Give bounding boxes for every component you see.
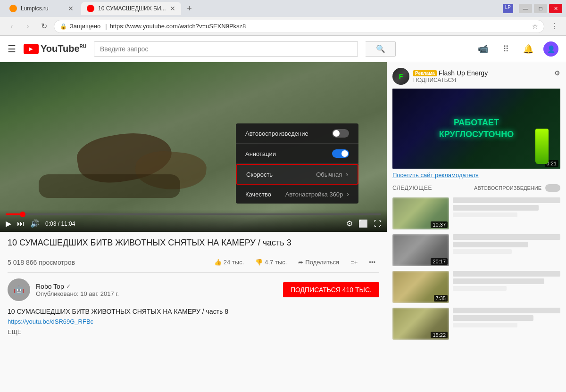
annotations-setting[interactable]: Аннотации bbox=[236, 144, 358, 164]
video-item-3[interactable]: 7:35 bbox=[392, 271, 560, 303]
video-item-1[interactable]: 10:37 bbox=[392, 197, 560, 229]
video-channel-3 bbox=[453, 286, 507, 291]
subscribe-button[interactable]: ПОДПИСАТЬСЯ 410 ТЫС. bbox=[283, 282, 379, 297]
close-button[interactable]: ✕ bbox=[549, 4, 562, 13]
tab-youtube[interactable]: 10 СУМАСШЕДШИХ БИ... ✕ bbox=[81, 2, 181, 15]
desc-link[interactable]: https://youtu.be/dSR69G_RFBc bbox=[8, 318, 93, 325]
ad-subscribe-label[interactable]: ПОДПИСАТЬСЯ bbox=[413, 77, 560, 83]
video-channel-4 bbox=[453, 323, 517, 327]
video-item-4[interactable]: 15:22 bbox=[392, 308, 560, 340]
url-text: https://www.youtube.com/watch?v=uSEXN9Pk… bbox=[110, 23, 529, 30]
reload-button[interactable]: ↻ bbox=[38, 20, 50, 33]
tab-close-youtube[interactable]: ✕ bbox=[170, 5, 175, 12]
ad-title-row: Реклама Flash Up Energy ⚙ bbox=[413, 69, 560, 77]
ground-shape bbox=[39, 174, 180, 198]
annotations-label: Аннотации bbox=[245, 150, 276, 157]
settings-button[interactable]: ⚙ bbox=[346, 219, 353, 228]
notifications-icon[interactable]: 🔔 bbox=[521, 41, 536, 57]
speed-setting[interactable]: Скорость Обычная › bbox=[236, 164, 358, 185]
video-stats: 5 018 866 просмотров 👍 24 тыс. 👎 4,7 тыс… bbox=[8, 252, 379, 273]
extensions-icon[interactable]: ⋮ bbox=[548, 20, 560, 33]
more-button[interactable]: ••• bbox=[365, 256, 379, 269]
verified-icon: ✓ bbox=[66, 283, 71, 290]
controls-right: ⚙ ⬜ ⛶ bbox=[346, 219, 381, 228]
search-input[interactable] bbox=[94, 42, 358, 56]
show-more-button[interactable]: ЕЩЁ bbox=[8, 328, 379, 335]
back-button[interactable]: ‹ bbox=[6, 20, 18, 33]
more-icon: ••• bbox=[369, 259, 375, 266]
speed-value-row: Обычная › bbox=[316, 171, 348, 178]
volume-button[interactable]: 🔊 bbox=[30, 219, 40, 228]
quality-value-row: Автонастройка 360p › bbox=[285, 190, 349, 198]
minimize-button[interactable]: — bbox=[519, 4, 532, 13]
like-count: 24 тыс. bbox=[224, 259, 244, 266]
channel-avatar[interactable]: 🤖 bbox=[8, 278, 30, 301]
dislike-count: 4,7 тыс. bbox=[265, 259, 287, 266]
video-camera-icon[interactable]: 📹 bbox=[475, 41, 491, 57]
ad-bottle bbox=[535, 129, 549, 164]
subscribe-count: 410 ТЫС. bbox=[342, 286, 372, 294]
tab-close-lumpics[interactable]: ✕ bbox=[68, 5, 74, 12]
dislike-button[interactable]: 👎 4,7 тыс. bbox=[251, 256, 291, 269]
video-item-2[interactable]: 20:17 bbox=[392, 234, 560, 266]
channel-name: Robo Top ✓ bbox=[36, 283, 277, 290]
video-player[interactable]: Автовоспроизведение Аннотации Скорость О… bbox=[0, 62, 387, 232]
like-button[interactable]: 👍 24 тыс. bbox=[210, 256, 248, 269]
tab-lumpics[interactable]: Lumpics.ru ✕ bbox=[4, 2, 79, 15]
autoplay-label: Автовоспроизведение bbox=[245, 130, 308, 137]
maximize-button[interactable]: □ bbox=[534, 4, 547, 13]
channel-name-text[interactable]: Robo Top bbox=[36, 283, 64, 290]
video-duration-4: 15:22 bbox=[431, 332, 448, 338]
video-duration-3: 7:35 bbox=[434, 295, 448, 302]
video-meta-1 bbox=[453, 197, 560, 229]
new-tab-button[interactable]: + bbox=[183, 2, 196, 15]
subscribe-label: ПОДПИСАТЬСЯ bbox=[291, 286, 342, 294]
next-button[interactable]: ⏭ bbox=[17, 220, 25, 228]
video-title-4b bbox=[453, 315, 533, 321]
autoplay-sidebar-toggle[interactable] bbox=[545, 184, 560, 192]
time-display: 0:03 / 11:04 bbox=[45, 220, 75, 227]
fullscreen-button[interactable]: ⛶ bbox=[374, 220, 381, 228]
autoplay-toggle[interactable] bbox=[332, 129, 349, 138]
ad-channel-thumbnail[interactable]: F bbox=[392, 68, 409, 85]
title-bar: Lumpics.ru ✕ 10 СУМАСШЕДШИХ БИ... ✕ + LP… bbox=[0, 0, 566, 17]
share-icon: ➦ bbox=[298, 259, 303, 266]
ad-info: Реклама Flash Up Energy ⚙ ПОДПИСАТЬСЯ bbox=[413, 69, 560, 83]
progress-bar[interactable] bbox=[6, 213, 381, 215]
desc-line1: 10 СУМАСШЕДШИХ БИТВ ЖИВОТНЫХ СНЯТЫХ НА К… bbox=[8, 307, 379, 317]
forward-button[interactable]: › bbox=[22, 20, 34, 33]
video-background: Автовоспроизведение Аннотации Скорость О… bbox=[0, 62, 387, 232]
video-duration-1: 10:37 bbox=[431, 221, 448, 228]
user-avatar[interactable]: 👤 bbox=[543, 41, 558, 57]
quality-setting[interactable]: Качество Автонастройка 360p › bbox=[236, 185, 358, 204]
search-button[interactable]: 🔍 bbox=[366, 41, 396, 57]
window-user-label: LP bbox=[503, 4, 513, 13]
ad-channel-name: Flash Up Energy bbox=[439, 69, 488, 77]
browser-frame: Lumpics.ru ✕ 10 СУМАСШЕДШИХ БИ... ✕ + LP… bbox=[0, 0, 566, 392]
quality-label: Качество bbox=[245, 191, 271, 198]
progress-thumb bbox=[20, 212, 25, 217]
add-to-list-button[interactable]: =+ bbox=[347, 256, 361, 269]
settings-overlay: Автовоспроизведение Аннотации Скорость О… bbox=[236, 123, 358, 204]
menu-icon[interactable]: ☰ bbox=[8, 43, 16, 55]
video-channel-2 bbox=[453, 249, 512, 254]
video-title-3b bbox=[453, 278, 544, 284]
miniplayer-button[interactable]: ⬜ bbox=[358, 219, 368, 228]
description-text: 10 СУМАСШЕДШИХ БИТВ ЖИВОТНЫХ СНЯТЫХ НА К… bbox=[8, 307, 379, 327]
youtube-logo[interactable]: YouTubeRU bbox=[24, 43, 86, 54]
video-thumbnail-2: 20:17 bbox=[392, 234, 449, 266]
search-bar[interactable] bbox=[94, 41, 358, 57]
annotations-toggle[interactable] bbox=[332, 149, 349, 158]
share-button[interactable]: ➦ Поделиться bbox=[294, 256, 343, 269]
url-bar[interactable]: 🔒 Защищено | https://www.youtube.com/wat… bbox=[54, 20, 544, 33]
apps-icon[interactable]: ⠿ bbox=[498, 41, 513, 57]
bookmark-icon[interactable]: ☆ bbox=[532, 23, 538, 30]
autoplay-setting[interactable]: Автовоспроизведение bbox=[236, 123, 358, 144]
video-title-1b bbox=[453, 205, 539, 211]
ad-visit-link[interactable]: Посетить сайт рекламодателя bbox=[392, 172, 560, 179]
ad-settings-icon[interactable]: ⚙ bbox=[554, 69, 560, 77]
share-label: Поделиться bbox=[305, 259, 339, 266]
play-button[interactable]: ▶ bbox=[6, 219, 11, 228]
ad-thumbnail[interactable]: РАБОТАЕТКРУГЛОСУТОЧНО 0:21 bbox=[392, 89, 560, 169]
ad-art: РАБОТАЕТКРУГЛОСУТОЧНО bbox=[392, 89, 560, 169]
